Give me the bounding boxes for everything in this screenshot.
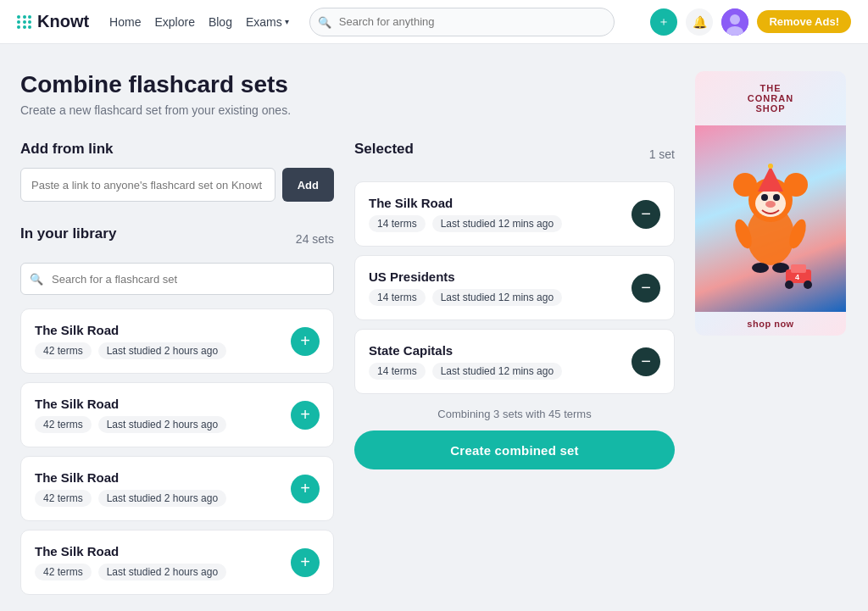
library-card[interactable]: The Silk Road 42 terms Last studied 2 ho…	[20, 456, 334, 521]
remove-ads-button[interactable]: Remove Ads!	[757, 10, 851, 33]
main-content: Combine flashcard sets Create a new flas…	[20, 71, 675, 595]
remove-selected-button[interactable]: −	[632, 274, 660, 303]
nav-home[interactable]: Home	[109, 15, 141, 29]
library-card[interactable]: The Silk Road 42 terms Last studied 2 ho…	[20, 382, 334, 447]
navbar: Knowt Home Explore Blog Exams 🔍 ＋ 🔔 Remo…	[0, 0, 868, 44]
card-meta: 42 terms Last studied 2 hours ago	[35, 490, 291, 507]
card-title: The Silk Road	[35, 323, 291, 337]
selected-title: Selected	[354, 141, 414, 158]
remove-selected-button[interactable]: −	[632, 347, 660, 376]
card-title: The Silk Road	[369, 196, 632, 210]
terms-badge: 42 terms	[35, 564, 92, 580]
last-studied-badge: Last studied 2 hours ago	[98, 416, 226, 433]
page-subtitle: Create a new flashcard set from your exi…	[20, 103, 675, 117]
card-info: The Silk Road 42 terms Last studied 2 ho…	[35, 323, 291, 359]
last-studied-badge: Last studied 2 hours ago	[98, 490, 226, 507]
svg-point-9	[773, 194, 780, 201]
card-meta: 42 terms Last studied 2 hours ago	[35, 564, 291, 580]
left-column: Add from link Add In your library 24 set…	[20, 141, 334, 595]
last-studied-badge: Last studied 2 hours ago	[98, 342, 226, 359]
combine-info: Combining 3 sets with 45 terms	[354, 408, 675, 420]
library-header: In your library 24 sets	[20, 225, 334, 253]
logo[interactable]: Knowt	[17, 12, 89, 31]
search-icon: 🔍	[318, 15, 331, 28]
svg-rect-20	[791, 264, 806, 273]
add-to-selected-button[interactable]: +	[291, 327, 320, 356]
card-title: State Capitals	[369, 343, 632, 358]
library-search-input[interactable]	[20, 263, 334, 295]
ad-box[interactable]: THE CONRAN SHOP	[695, 71, 846, 336]
ad-shop-now: shop now	[695, 312, 846, 336]
card-meta: 14 terms Last studied 12 mins ago	[369, 289, 632, 306]
ad-panel: THE CONRAN SHOP	[695, 71, 848, 595]
two-col-layout: Add from link Add In your library 24 set…	[20, 141, 675, 595]
add-link-input[interactable]	[20, 168, 275, 202]
svg-point-15	[752, 263, 769, 273]
add-to-selected-button[interactable]: +	[291, 548, 320, 577]
card-title: The Silk Road	[35, 544, 291, 558]
card-meta: 42 terms Last studied 2 hours ago	[35, 416, 291, 433]
card-title: The Silk Road	[35, 397, 291, 411]
nav-explore[interactable]: Explore	[154, 15, 194, 29]
library-cards: The Silk Road 42 terms Last studied 2 ho…	[20, 308, 334, 595]
selected-card: State Capitals 14 terms Last studied 12 …	[354, 329, 675, 394]
svg-marker-11	[758, 166, 783, 192]
svg-point-18	[785, 281, 793, 289]
add-to-selected-button[interactable]: +	[291, 475, 320, 503]
library-title: In your library	[20, 225, 116, 242]
add-button[interactable]: ＋	[650, 8, 677, 36]
remove-selected-button[interactable]: −	[632, 200, 660, 229]
nav-exams[interactable]: Exams	[246, 15, 289, 29]
nav-right: ＋ 🔔 Remove Ads!	[650, 8, 851, 36]
selected-cards: The Silk Road 14 terms Last studied 12 m…	[354, 181, 675, 394]
last-studied-badge: Last studied 12 mins ago	[432, 215, 562, 232]
card-meta: 14 terms Last studied 12 mins ago	[369, 363, 632, 380]
page-wrapper: Combine flashcard sets Create a new flas…	[0, 44, 868, 611]
page-title: Combine flashcard sets	[20, 71, 675, 98]
card-info: The Silk Road 42 terms Last studied 2 ho…	[35, 470, 291, 507]
add-link-row: Add	[20, 168, 334, 202]
terms-badge: 14 terms	[369, 215, 426, 232]
svg-point-19	[804, 281, 812, 289]
library-search-icon: 🔍	[30, 273, 43, 286]
library-search-wrap: 🔍	[20, 263, 334, 295]
ad-brand: THE CONRAN SHOP	[704, 83, 837, 114]
nav-search-wrap: 🔍	[309, 8, 615, 36]
nav-links: Home Explore Blog Exams	[109, 15, 289, 29]
ad-inner: THE CONRAN SHOP	[695, 71, 846, 125]
library-card[interactable]: The Silk Road 42 terms Last studied 2 ho…	[20, 308, 334, 374]
last-studied-badge: Last studied 12 mins ago	[432, 289, 562, 306]
selected-card: The Silk Road 14 terms Last studied 12 m…	[354, 181, 675, 247]
add-to-selected-button[interactable]: +	[291, 401, 320, 430]
library-card[interactable]: The Silk Road 42 terms Last studied 2 ho…	[20, 530, 334, 595]
selected-header: Selected 1 set	[354, 141, 675, 168]
svg-point-1	[730, 14, 740, 25]
svg-point-8	[761, 194, 768, 201]
card-info: The Silk Road 14 terms Last studied 12 m…	[369, 196, 632, 232]
avatar-button[interactable]	[721, 8, 748, 36]
right-column: Selected 1 set The Silk Road 14 terms La…	[354, 141, 675, 595]
library-count: 24 sets	[296, 232, 334, 246]
bell-button[interactable]: 🔔	[686, 8, 713, 36]
card-info: State Capitals 14 terms Last studied 12 …	[369, 343, 632, 380]
svg-point-12	[768, 164, 773, 169]
create-combined-set-button[interactable]: Create combined set	[354, 430, 675, 469]
search-input[interactable]	[309, 8, 615, 36]
add-link-button[interactable]: Add	[282, 168, 334, 202]
card-info: US Presidents 14 terms Last studied 12 m…	[369, 269, 632, 306]
nav-blog[interactable]: Blog	[209, 15, 232, 29]
card-meta: 14 terms Last studied 12 mins ago	[369, 215, 632, 232]
terms-badge: 42 terms	[35, 490, 92, 507]
card-meta: 42 terms Last studied 2 hours ago	[35, 342, 291, 359]
svg-point-5	[733, 173, 757, 197]
svg-text:4: 4	[795, 273, 799, 281]
terms-badge: 42 terms	[35, 416, 92, 433]
card-title: The Silk Road	[35, 470, 291, 485]
logo-icon	[17, 15, 32, 29]
ad-visual: 4	[695, 125, 846, 312]
card-info: The Silk Road 42 terms Last studied 2 ho…	[35, 544, 291, 580]
terms-badge: 14 terms	[369, 289, 426, 306]
svg-point-10	[765, 201, 776, 208]
card-info: The Silk Road 42 terms Last studied 2 ho…	[35, 397, 291, 433]
card-title: US Presidents	[369, 269, 632, 284]
